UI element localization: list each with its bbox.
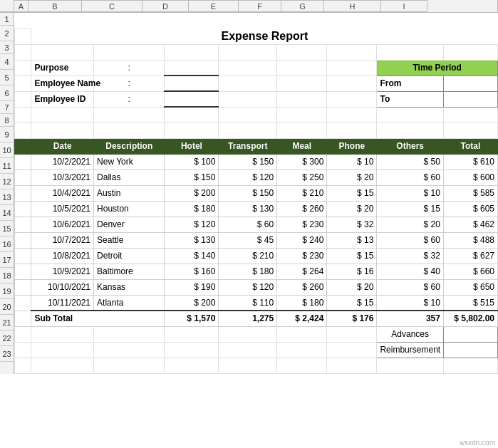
- meal-8: $ 264: [277, 264, 327, 279]
- phone-1: $ 10: [327, 154, 377, 170]
- hotel-1: $ 100: [165, 154, 219, 170]
- purpose-input[interactable]: [165, 60, 219, 75]
- col-meal: Meal: [277, 138, 327, 154]
- employee-id-colon: :: [94, 91, 165, 107]
- col-header-b: B: [28, 0, 82, 12]
- hotel-4: $ 180: [165, 201, 219, 217]
- row-numbers: 1 2 3 4 5 6 7 8 9 10 11 12 13 14 15 16 1…: [0, 13, 14, 374]
- date-2: 10/3/2021: [31, 170, 94, 185]
- col-phone: Phone: [327, 138, 377, 154]
- to-label: To: [377, 91, 444, 107]
- date-6: 10/7/2021: [31, 232, 94, 248]
- subtotal-label: Sub Total: [31, 311, 165, 326]
- others-4: $ 15: [377, 201, 444, 217]
- row-8: [15, 123, 498, 138]
- others-8: $ 40: [377, 264, 444, 279]
- hotel-3: $ 200: [165, 185, 219, 201]
- meal-5: $ 230: [277, 217, 327, 232]
- row-14: 14: [0, 205, 14, 221]
- meal-3: $ 210: [277, 185, 327, 201]
- row-15: 15: [0, 221, 14, 236]
- row-18: 18: [0, 268, 14, 283]
- others-5: $ 20: [377, 217, 444, 232]
- col-description: Description: [94, 138, 165, 154]
- reimbursement-label: Reimbursement: [377, 342, 444, 358]
- row-10: 10: [0, 142, 14, 158]
- desc-4: Houston: [94, 201, 165, 217]
- row-2: 2: [0, 26, 14, 41]
- total-5: $ 462: [443, 217, 497, 232]
- from-value[interactable]: [443, 75, 497, 91]
- hotel-6: $ 130: [165, 232, 219, 248]
- col-transport: Transport: [219, 138, 277, 154]
- subtotal-hotel: $ 1,570: [165, 311, 219, 326]
- total-7: $ 627: [443, 248, 497, 264]
- advances-value[interactable]: [443, 326, 497, 342]
- phone-3: $ 15: [327, 185, 377, 201]
- phone-8: $ 16: [327, 264, 377, 279]
- row-9: 9: [0, 127, 14, 142]
- purpose-colon: :: [94, 60, 165, 75]
- others-3: $ 10: [377, 185, 444, 201]
- employee-name-label: Employee Name: [31, 75, 94, 91]
- total-10: $ 515: [443, 295, 497, 311]
- subtotal-total: $ 5,802.00: [443, 311, 497, 326]
- data-row-7: 10/8/2021 Detroit $ 140 $ 210 $ 230 $ 15…: [15, 248, 498, 264]
- meal-7: $ 230: [277, 248, 327, 264]
- others-1: $ 50: [377, 154, 444, 170]
- date-1: 10/2/2021: [31, 154, 94, 170]
- transport-9: $ 120: [219, 279, 277, 295]
- data-row-3: 10/4/2021 Austin $ 200 $ 150 $ 210 $ 15 …: [15, 185, 498, 201]
- spreadsheet: A B C D E F G H I 1 2 3 4 5 6 7 8 9 10 1…: [0, 0, 498, 448]
- watermark: wsxdn.com: [460, 439, 495, 447]
- row-23: [15, 358, 498, 373]
- reimbursement-value[interactable]: [443, 342, 497, 358]
- sheet-body: 1 2 3 4 5 6 7 8 9 10 11 12 13 14 15 16 1…: [0, 13, 498, 374]
- total-6: $ 488: [443, 232, 497, 248]
- subtotal-others: 357: [377, 311, 444, 326]
- total-2: $ 600: [443, 170, 497, 185]
- date-5: 10/6/2021: [31, 217, 94, 232]
- meal-10: $ 180: [277, 295, 327, 311]
- transport-3: $ 150: [219, 185, 277, 201]
- row-5: 5: [0, 70, 14, 85]
- phone-6: $ 13: [327, 232, 377, 248]
- purpose-label: Purpose: [31, 60, 94, 75]
- phone-2: $ 20: [327, 170, 377, 185]
- row-7: [15, 107, 498, 123]
- col-total: Total: [443, 138, 497, 154]
- row-7: 7: [0, 101, 14, 114]
- transport-8: $ 180: [219, 264, 277, 279]
- desc-8: Baltimore: [94, 264, 165, 279]
- employee-name-input[interactable]: [165, 75, 219, 91]
- hotel-9: $ 190: [165, 279, 219, 295]
- transport-7: $ 210: [219, 248, 277, 264]
- report-title: Expense Report: [31, 28, 498, 44]
- transport-10: $ 110: [219, 295, 277, 311]
- others-9: $ 60: [377, 279, 444, 295]
- subtotal-phone: $ 176: [327, 311, 377, 326]
- row-6: Employee ID : To: [15, 91, 498, 107]
- col-header-c: C: [82, 0, 142, 12]
- corner-cell: [0, 0, 14, 12]
- meal-2: $ 250: [277, 170, 327, 185]
- col-header-e: E: [189, 0, 239, 12]
- employee-id-input[interactable]: [165, 91, 219, 107]
- date-4: 10/5/2021: [31, 201, 94, 217]
- row-17: 17: [0, 252, 14, 268]
- phone-4: $ 20: [327, 201, 377, 217]
- col-header-f: F: [239, 0, 281, 12]
- subtotal-transport: 1,275: [219, 311, 277, 326]
- desc-10: Atlanta: [94, 295, 165, 311]
- desc-2: Dallas: [94, 170, 165, 185]
- data-row-2: 10/3/2021 Dallas $ 150 $ 120 $ 250 $ 20 …: [15, 170, 498, 185]
- to-value[interactable]: [443, 91, 497, 107]
- col-header-i: I: [381, 0, 427, 12]
- phone-10: $ 15: [327, 295, 377, 311]
- row-12: 12: [0, 174, 14, 189]
- hotel-10: $ 200: [165, 295, 219, 311]
- desc-6: Seattle: [94, 232, 165, 248]
- total-4: $ 605: [443, 201, 497, 217]
- row-1: 1: [0, 13, 14, 26]
- col-header-h: H: [324, 0, 381, 12]
